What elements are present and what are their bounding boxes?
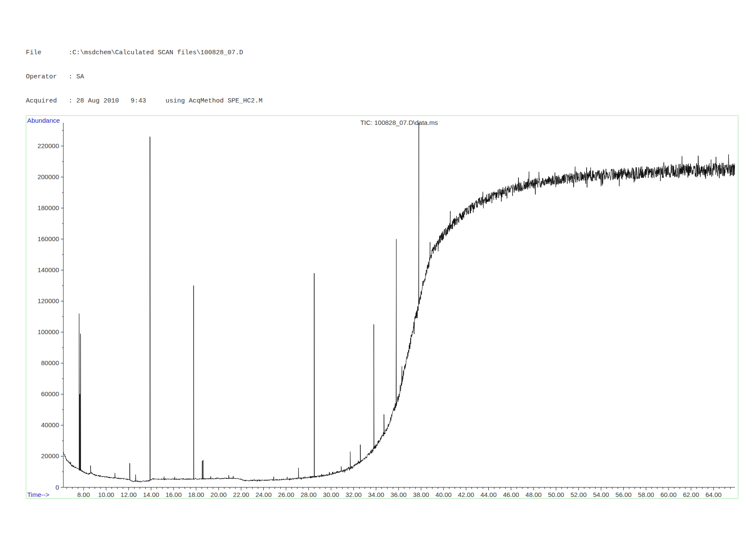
y-tick-label: 20000 bbox=[41, 452, 59, 459]
chromatogram-plot: 0200004000060000800001000001200001400001… bbox=[26, 116, 738, 498]
x-tick-label: 28.00 bbox=[300, 491, 317, 498]
file-info-line: Acquired : 28 Aug 2010 9:43 using AcqMet… bbox=[26, 97, 262, 106]
x-tick-label: 56.00 bbox=[615, 491, 632, 498]
y-tick-label: 160000 bbox=[37, 235, 59, 242]
x-tick-label: 54.00 bbox=[593, 491, 609, 498]
x-tick-label: 38.00 bbox=[413, 491, 429, 498]
x-tick-label: 32.00 bbox=[346, 491, 362, 498]
x-tick-label: 46.00 bbox=[503, 491, 519, 498]
x-tick-label: 34.00 bbox=[368, 491, 384, 498]
y-tick-label: 100000 bbox=[37, 328, 59, 335]
x-tick-label: 8.00 bbox=[77, 491, 90, 498]
x-tick-label: 16.00 bbox=[166, 491, 182, 498]
file-info-line: Operator : SA bbox=[26, 73, 262, 81]
tic-trace bbox=[63, 123, 734, 482]
x-tick-label: 18.00 bbox=[188, 491, 204, 498]
x-tick-label: 64.00 bbox=[706, 491, 722, 498]
x-tick-label: 24.00 bbox=[256, 491, 272, 498]
x-tick-label: 42.00 bbox=[458, 491, 475, 498]
chemstation-report-page: File :C:\msdchem\Calculated SCAN files\1… bbox=[0, 0, 756, 534]
y-tick-label: 40000 bbox=[41, 421, 59, 428]
file-info-line: File :C:\msdchem\Calculated SCAN files\1… bbox=[26, 49, 262, 57]
x-tick-label: 30.00 bbox=[323, 491, 339, 498]
x-tick-label: 48.00 bbox=[525, 491, 542, 498]
x-tick-label: 58.00 bbox=[638, 491, 654, 498]
y-tick-label: 60000 bbox=[41, 390, 59, 397]
x-tick-label: 52.00 bbox=[570, 491, 587, 498]
x-tick-label: 12.00 bbox=[121, 491, 137, 498]
y-tick-label: 0 bbox=[56, 484, 59, 491]
y-tick-label: 220000 bbox=[37, 142, 59, 149]
y-tick-label: 180000 bbox=[37, 204, 59, 211]
x-tick-label: 22.00 bbox=[233, 491, 250, 498]
y-tick-label: 120000 bbox=[37, 297, 59, 304]
x-tick-label: 26.00 bbox=[278, 491, 294, 498]
x-tick-label: 40.00 bbox=[435, 491, 452, 498]
x-tick-label: 14.00 bbox=[143, 491, 159, 498]
x-tick-label: 36.00 bbox=[390, 491, 407, 498]
y-tick-label: 200000 bbox=[37, 173, 59, 180]
x-tick-label: 20.00 bbox=[210, 491, 227, 498]
x-tick-label: 50.00 bbox=[548, 491, 564, 498]
y-tick-label: 80000 bbox=[41, 359, 59, 366]
y-tick-label: 140000 bbox=[37, 266, 59, 273]
x-tick-label: 60.00 bbox=[660, 491, 677, 498]
x-tick-label: 44.00 bbox=[481, 491, 497, 498]
x-tick-label: 62.00 bbox=[683, 491, 699, 498]
x-tick-label: 10.00 bbox=[98, 491, 114, 498]
